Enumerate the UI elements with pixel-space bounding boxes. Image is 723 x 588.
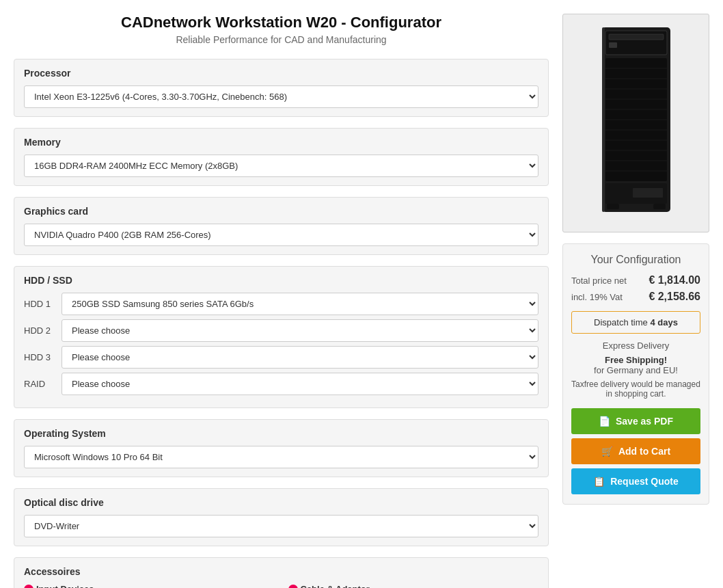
- svg-rect-20: [602, 27, 605, 212]
- add-to-cart-label: Add to Cart: [618, 446, 670, 457]
- page-title: CADnetwork Workstation W20 - Configurato…: [14, 14, 549, 31]
- price-net-label: Total price net: [571, 276, 627, 286]
- price-net-value: € 1,814.00: [649, 274, 700, 286]
- pdf-icon: 📄: [599, 416, 610, 427]
- express-delivery-text: Express Delivery: [571, 340, 700, 351]
- svg-rect-2: [609, 34, 664, 40]
- add-to-cart-button[interactable]: 🛒 Add to Cart: [571, 438, 700, 464]
- processor-label: Processor: [24, 68, 538, 79]
- memory-section: Memory 16GB DDR4-RAM 2400MHz ECC Memory …: [14, 128, 549, 186]
- dispatch-label: Dispatch time: [594, 317, 648, 328]
- product-image-area: [562, 14, 709, 232]
- raid-select[interactable]: Please choose: [62, 373, 538, 395]
- graphics-select[interactable]: NVIDIA Quadro P400 (2GB RAM 256-Cores): [24, 224, 538, 246]
- price-vat-value: € 2,158.66: [649, 291, 700, 303]
- dispatch-box: Dispatch time 4 days: [571, 311, 700, 334]
- config-panel-title: Your Configuration: [571, 254, 700, 266]
- os-section: Operating System Microsoft Windows 10 Pr…: [14, 419, 549, 477]
- free-shipping-text: Free Shipping! for Germany and EU!: [571, 355, 700, 375]
- os-select[interactable]: Microsoft Windows 10 Pro 64 Bit: [24, 446, 538, 468]
- accessories-section: Accessoires − Input Devices wireless key…: [14, 557, 549, 588]
- raid-label: RAID: [24, 379, 62, 389]
- cable-adaptor-icon: −: [288, 585, 298, 589]
- optical-section: Optical disc drive DVD-Writer: [14, 488, 549, 546]
- price-vat-row: incl. 19% Vat € 2,158.66: [571, 291, 700, 303]
- memory-label: Memory: [24, 137, 538, 148]
- svg-rect-19: [653, 204, 666, 209]
- hdd1-row: HDD 1 250GB SSD Samsung 850 series SATA …: [24, 293, 538, 315]
- graphics-section: Graphics card NVIDIA Quadro P400 (2GB RA…: [14, 197, 549, 255]
- accessories-columns: − Input Devices wireless keyboard and mo…: [24, 584, 538, 588]
- quote-icon: 📋: [593, 476, 605, 487]
- graphics-label: Graphics card: [24, 206, 538, 217]
- price-net-row: Total price net € 1,814.00: [571, 274, 700, 286]
- hdd3-label: HDD 3: [24, 352, 62, 362]
- page-header: CADnetwork Workstation W20 - Configurato…: [14, 14, 549, 45]
- page-subtitle: Reliable Performance for CAD and Manufac…: [14, 34, 549, 45]
- hdd-label: HDD / SSD: [24, 275, 538, 286]
- processor-section: Processor Intel Xeon E3-1225v6 (4-Cores,…: [14, 59, 549, 117]
- taxfree-text: Taxfree delivery would be managed in sho…: [571, 379, 700, 399]
- cable-adaptor-title: − Cable & Adaptor: [288, 584, 539, 588]
- product-image-box: [562, 14, 709, 232]
- hdd2-row: HDD 2 Please choose: [24, 319, 538, 342]
- price-vat-label: incl. 19% Vat: [571, 292, 623, 302]
- raid-row: RAID Please choose: [24, 373, 538, 395]
- input-devices-icon: −: [24, 585, 33, 589]
- hdd3-row: HDD 3 Please choose: [24, 346, 538, 369]
- configurator-left: CADnetwork Workstation W20 - Configurato…: [14, 14, 549, 588]
- os-label: Operating System: [24, 428, 538, 439]
- cable-adaptor-col: − Cable & Adaptor Displayport to DVI ada…: [288, 584, 539, 588]
- config-panel: Your Configuration Total price net € 1,8…: [562, 243, 709, 505]
- hdd1-select[interactable]: 250GB SSD Samsung 850 series SATA 6Gb/s: [62, 293, 538, 315]
- cart-icon: 🛒: [601, 446, 613, 457]
- svg-rect-3: [609, 42, 617, 48]
- hdd-section: HDD / SSD HDD 1 250GB SSD Samsung 850 se…: [14, 266, 549, 408]
- action-buttons: 📄 Save as PDF 🛒 Add to Cart 📋 Request Qu…: [571, 408, 700, 494]
- request-quote-button[interactable]: 📋 Request Quote: [571, 468, 700, 494]
- accessories-label: Accessoires: [24, 566, 538, 577]
- memory-select[interactable]: 16GB DDR4-RAM 2400MHz ECC Memory (2x8GB): [24, 155, 538, 177]
- input-devices-title: − Input Devices: [24, 584, 275, 588]
- dispatch-days: 4 days: [650, 317, 677, 328]
- processor-select[interactable]: Intel Xeon E3-1225v6 (4-Cores, 3.30-3.70…: [24, 85, 538, 108]
- svg-rect-18: [607, 204, 619, 209]
- hdd2-label: HDD 2: [24, 325, 62, 336]
- save-pdf-button[interactable]: 📄 Save as PDF: [571, 408, 700, 434]
- pc-tower-svg: [592, 21, 681, 226]
- hdd3-select[interactable]: Please choose: [62, 346, 538, 369]
- hdd2-select[interactable]: Please choose: [62, 319, 538, 342]
- svg-rect-17: [633, 188, 663, 198]
- input-devices-col: − Input Devices wireless keyboard and mo…: [24, 584, 275, 588]
- optical-select[interactable]: DVD-Writer: [24, 515, 538, 537]
- save-pdf-label: Save as PDF: [616, 416, 673, 427]
- right-panel: Your Configuration Total price net € 1,8…: [562, 14, 709, 588]
- optical-label: Optical disc drive: [24, 497, 538, 508]
- request-quote-label: Request Quote: [610, 476, 679, 487]
- hdd1-label: HDD 1: [24, 299, 62, 309]
